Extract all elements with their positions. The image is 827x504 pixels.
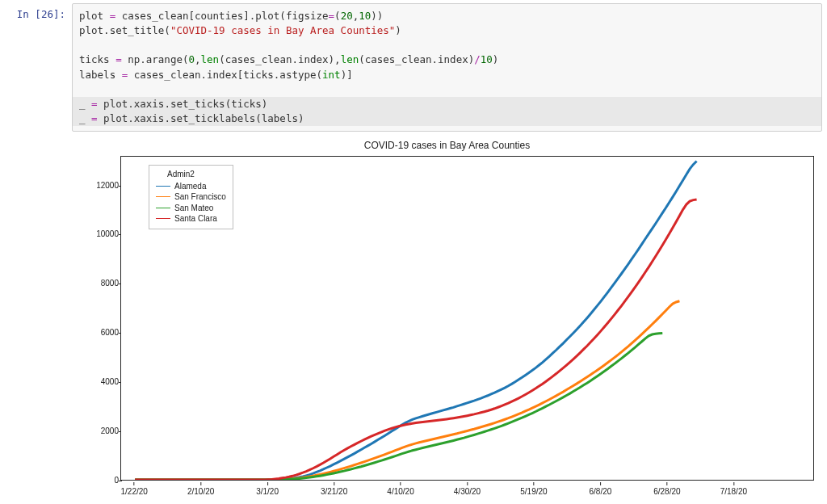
x-tick-label: 4/30/20	[454, 482, 481, 496]
y-tick-label: 10000	[91, 230, 119, 238]
cell-prompt: In [26]:	[5, 3, 72, 20]
legend-item: Santa Clara	[156, 213, 226, 225]
y-tick-label: 0	[91, 477, 119, 485]
legend-swatch	[156, 196, 170, 197]
y-tick-label: 4000	[91, 378, 119, 386]
legend-label: Alameda	[174, 181, 206, 192]
plot-frame: Admin2 AlamedaSan FranciscoSan MateoSant…	[120, 156, 814, 481]
legend-swatch	[156, 186, 170, 187]
x-tick-label: 5/19/20	[520, 482, 547, 496]
legend-item: Alameda	[156, 181, 226, 192]
notebook: In [26]: plot = cases_clean[counties].pl…	[0, 0, 827, 504]
cell-output: . COVID-19 cases in Bay Area Counties 02…	[5, 136, 822, 500]
x-tick-label: 3/21/20	[321, 482, 347, 496]
y-axis-ticks: 020004000600080001000012000	[91, 156, 119, 481]
legend-label: San Francisco	[174, 191, 226, 203]
legend-item: San Mateo	[156, 203, 226, 214]
legend-swatch	[156, 208, 170, 208]
x-tick-label: 4/10/20	[387, 482, 414, 496]
y-tick-label: 2000	[91, 427, 119, 435]
legend-swatch	[156, 218, 170, 219]
legend-title: Admin2	[156, 169, 226, 180]
code-cell[interactable]: In [26]: plot = cases_clean[counties].pl…	[5, 3, 822, 132]
legend: Admin2 AlamedaSan FranciscoSan MateoSant…	[149, 165, 233, 229]
series-line	[135, 200, 696, 480]
x-tick-label: 6/8/20	[590, 482, 612, 496]
x-tick-label: 6/28/20	[653, 482, 680, 496]
chart-title: COVID-19 cases in Bay Area Counties	[72, 140, 822, 151]
x-tick-label: 3/1/20	[256, 482, 279, 496]
series-line	[135, 333, 662, 480]
x-tick-label: 2/10/20	[187, 482, 214, 496]
x-tick-label: 7/18/20	[720, 482, 747, 496]
chart: 020004000600080001000012000 Admin2 Alame…	[101, 153, 814, 500]
x-axis-ticks: 1/22/202/10/203/1/203/21/204/10/204/30/2…	[120, 482, 814, 500]
y-tick-label: 12000	[91, 182, 119, 190]
y-tick-label: 6000	[91, 329, 119, 337]
code-input[interactable]: plot = cases_clean[counties].plot(figsiz…	[72, 3, 822, 132]
plot-output: COVID-19 cases in Bay Area Counties 0200…	[72, 136, 822, 500]
x-tick-label: 1/22/20	[120, 482, 147, 496]
y-tick-label: 8000	[91, 279, 119, 288]
legend-label: Santa Clara	[174, 213, 217, 225]
legend-label: San Mateo	[174, 203, 213, 214]
legend-item: San Francisco	[156, 191, 226, 203]
